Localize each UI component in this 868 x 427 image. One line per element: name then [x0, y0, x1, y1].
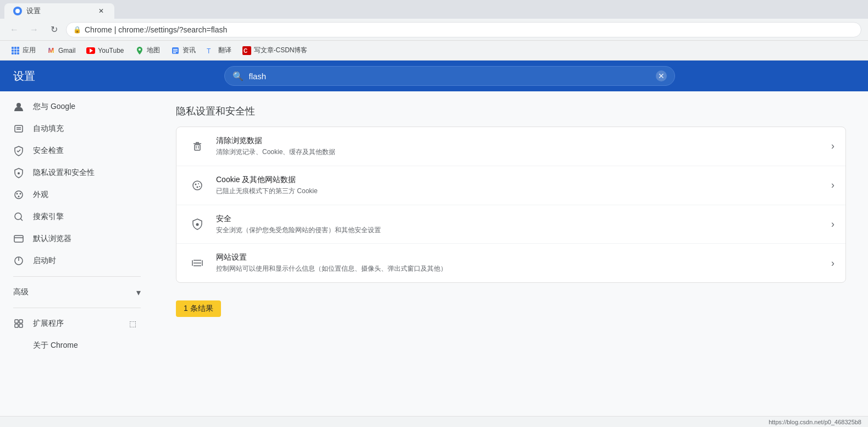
bookmark-gmail[interactable]: M Gmail	[42, 43, 80, 58]
settings-item-security[interactable]: 安全 安全浏览（保护您免受危险网站的侵害）和其他安全设置 ›	[176, 205, 845, 244]
sidebar-google-label: 您与 Google	[33, 102, 136, 112]
cookies-desc: 已阻止无痕模式下的第三方 Cookie	[216, 187, 822, 196]
svg-point-3	[139, 48, 141, 51]
svg-rect-6	[173, 51, 178, 52]
security-desc: 安全浏览（保护您免受危险网站的侵害）和其他安全设置	[216, 226, 822, 235]
svg-point-34	[193, 181, 202, 190]
svg-point-36	[198, 183, 199, 184]
sidebar-extensions-label: 扩展程序	[33, 319, 120, 329]
bookmark-maps[interactable]: 地图	[131, 43, 164, 58]
tab-bar: 设置 ✕	[0, 0, 868, 19]
settings-item-clear-browsing[interactable]: 清除浏览数据 清除浏览记录、Cookie、缓存及其他数据 ›	[176, 127, 845, 166]
settings-item-site-settings[interactable]: 网站设置 控制网站可以使用和显示什么信息（如位置信息、摄像头、弹出式窗口及其他）…	[176, 244, 845, 282]
autofill-icon	[13, 123, 24, 134]
sidebar-divider-2	[13, 308, 141, 308]
maps-icon	[135, 46, 144, 55]
bookmark-news[interactable]: 资讯	[167, 43, 200, 58]
search-icon: 🔍	[233, 71, 244, 81]
svg-rect-22	[14, 236, 23, 242]
cookies-text: Cookie 及其他网站数据 已阻止无痕模式下的第三方 Cookie	[216, 175, 822, 196]
reload-button[interactable]: ↻	[46, 22, 62, 37]
shield-check-icon	[13, 145, 24, 156]
site-settings-title: 网站设置	[216, 253, 822, 262]
settings-search-bar[interactable]: 🔍 ✕	[224, 66, 675, 86]
sidebar-browser-label: 默认浏览器	[33, 234, 136, 244]
settings-item-cookies[interactable]: Cookie 及其他网站数据 已阻止无痕模式下的第三方 Cookie ›	[176, 166, 845, 205]
sidebar-item-search[interactable]: 搜索引擎	[0, 206, 150, 228]
palette-icon	[13, 189, 24, 200]
svg-text:C: C	[244, 48, 247, 54]
active-tab[interactable]: 设置 ✕	[4, 3, 114, 19]
settings-search-input[interactable]	[249, 72, 650, 81]
address-text: Chrome | chrome://settings/?search=flash	[85, 25, 227, 34]
bookmarks-bar: 应用 M Gmail YouTube 地图 资讯	[0, 41, 868, 61]
bookmark-youtube[interactable]: YouTube	[82, 43, 128, 58]
settings-page: 设置 🔍 ✕ 您与 Google	[0, 61, 868, 416]
sidebar-item-browser[interactable]: 默认浏览器	[0, 228, 150, 250]
cookie-icon	[187, 176, 207, 195]
svg-point-39	[196, 223, 199, 226]
extensions-icon	[13, 318, 24, 329]
svg-point-20	[15, 213, 21, 220]
youtube-icon	[86, 46, 95, 55]
sidebar-item-startup[interactable]: 启动时	[0, 250, 150, 272]
browser-icon	[13, 233, 24, 244]
sidebar-item-google[interactable]: 您与 Google	[0, 96, 150, 118]
security-shield-icon	[187, 214, 207, 234]
sidebar-item-extensions[interactable]: 扩展程序 ⬚	[0, 313, 150, 335]
sidebar-item-advanced[interactable]: 高级 ▾	[0, 281, 154, 303]
sidebar-item-about[interactable]: 关于 Chrome	[0, 335, 150, 357]
site-settings-icon	[187, 253, 207, 273]
security-text: 安全 安全浏览（保护您免受危险网站的侵害）和其他安全设置	[216, 214, 822, 235]
browser-frame: 设置 ✕ ← → ↻ 🔒 Chrome | chrome://settings/…	[0, 0, 868, 427]
svg-point-38	[199, 186, 200, 187]
bookmark-csdn[interactable]: C 写文章-CSDN博客	[238, 43, 312, 58]
bookmark-apps[interactable]: 应用	[7, 43, 40, 58]
sidebar-search-label: 搜索引擎	[33, 212, 136, 222]
main-content: 隐私设置和安全性 清除浏览数据 清除浏览记录、Cookie、缓存及其他数据 ›	[154, 91, 868, 416]
apps-icon	[11, 46, 20, 55]
svg-point-15	[18, 172, 20, 174]
person-icon	[13, 101, 24, 112]
tab-title: 设置	[26, 6, 41, 16]
forward-button[interactable]: →	[26, 22, 42, 37]
sidebar-item-safety[interactable]: 安全检查	[0, 140, 150, 162]
bookmark-translate[interactable]: T 翻译	[202, 43, 236, 58]
svg-point-16	[15, 191, 23, 199]
sidebar-item-autofill[interactable]: 自动填充	[0, 118, 150, 140]
settings-card-privacy: 清除浏览数据 清除浏览记录、Cookie、缓存及其他数据 › Cookie 及其…	[176, 127, 846, 283]
security-arrow: ›	[831, 218, 834, 230]
cookies-arrow: ›	[831, 179, 834, 191]
svg-point-11	[16, 103, 21, 107]
back-button[interactable]: ←	[7, 22, 22, 37]
sidebar-item-privacy[interactable]: 隐私设置和安全性	[0, 162, 150, 184]
svg-rect-12	[15, 125, 23, 132]
bookmark-maps-label: 地图	[147, 46, 160, 55]
svg-point-35	[195, 183, 197, 185]
svg-point-17	[16, 193, 18, 195]
security-title: 安全	[216, 214, 822, 224]
svg-point-37	[197, 186, 198, 188]
close-tab-button[interactable]: ✕	[97, 7, 106, 15]
tab-favicon	[13, 7, 22, 15]
settings-body: 您与 Google 自动填充 安全检查	[0, 91, 868, 416]
startup-icon	[13, 255, 24, 266]
sidebar-appearance-label: 外观	[33, 190, 136, 200]
sidebar-about-label: 关于 Chrome	[13, 341, 136, 351]
sidebar-advanced-label: 高级	[13, 287, 128, 297]
address-bar[interactable]: 🔒 Chrome | chrome://settings/?search=fla…	[66, 22, 861, 37]
result-badge: 1 条结果	[176, 300, 221, 317]
bookmark-news-label: 资讯	[183, 46, 196, 55]
sidebar-autofill-label: 自动填充	[33, 124, 136, 134]
clear-browsing-arrow: ›	[831, 140, 834, 152]
search-clear-button[interactable]: ✕	[656, 70, 667, 81]
svg-text:T: T	[207, 47, 211, 55]
sidebar-startup-label: 启动时	[33, 256, 136, 266]
svg-rect-28	[15, 324, 18, 327]
cookies-title: Cookie 及其他网站数据	[216, 175, 822, 185]
sidebar-safety-label: 安全检查	[33, 146, 136, 156]
news-icon	[171, 46, 180, 55]
sidebar-item-appearance[interactable]: 外观	[0, 184, 150, 206]
svg-rect-26	[15, 320, 18, 323]
status-url: https://blog.csdn.net/p0_468325b8	[769, 419, 861, 425]
